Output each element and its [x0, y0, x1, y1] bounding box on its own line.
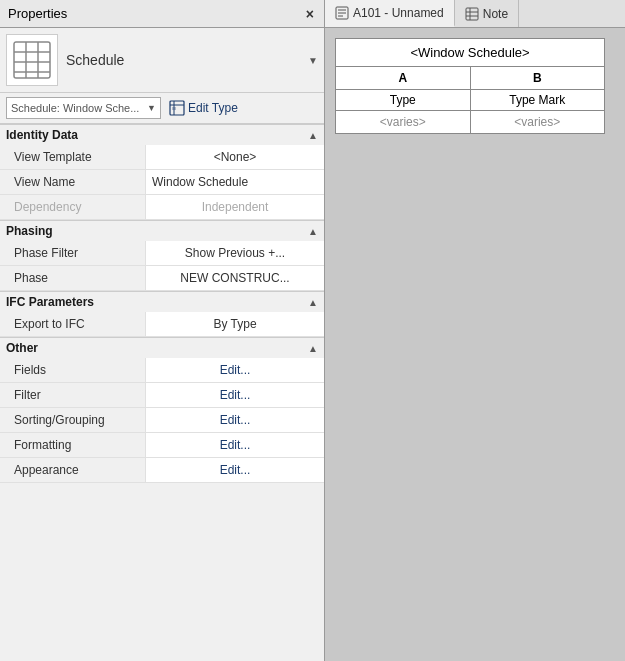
- schedule-dropdown-arrow[interactable]: ▼: [308, 55, 318, 66]
- col-header-type-mark: Type Mark: [470, 90, 605, 111]
- right-panel: A101 - Unnamed Note <Window Schedule> A …: [325, 0, 625, 661]
- collapse-identity-icon: ▲: [308, 130, 318, 141]
- prop-value-phase-filter[interactable]: Show Previous +...: [145, 241, 324, 265]
- tab-a101[interactable]: A101 - Unnamed: [325, 0, 455, 27]
- prop-row-appearance: Appearance Edit...: [0, 458, 324, 483]
- col-header-type: Type: [336, 90, 471, 111]
- tab-note-label: Note: [483, 7, 508, 21]
- prop-label-sorting-grouping: Sorting/Grouping: [0, 410, 145, 430]
- prop-row-dependency: Dependency Independent: [0, 195, 324, 220]
- schedule-table: <Window Schedule> A B Type Type Mark <va…: [335, 38, 605, 134]
- prop-label-dependency: Dependency: [0, 197, 145, 217]
- prop-row-formatting: Formatting Edit...: [0, 433, 324, 458]
- col-letter-a: A: [336, 67, 471, 90]
- prop-row-fields: Fields Edit...: [0, 358, 324, 383]
- section-other-label: Other: [6, 341, 38, 355]
- prop-label-phase: Phase: [0, 268, 145, 288]
- prop-value-view-template[interactable]: <None>: [145, 145, 324, 169]
- selector-caret: ▼: [147, 103, 156, 113]
- prop-row-filter: Filter Edit...: [0, 383, 324, 408]
- prop-label-formatting: Formatting: [0, 435, 145, 455]
- document-icon: [335, 6, 349, 20]
- edit-type-button[interactable]: Edit Type: [165, 98, 242, 118]
- schedule-selector-area: Schedule ▼: [0, 28, 324, 93]
- prop-row-export-to-ifc: Export to IFC By Type: [0, 312, 324, 337]
- schedule-col-headers: Type Type Mark: [336, 90, 605, 111]
- prop-row-phase-filter: Phase Filter Show Previous +...: [0, 241, 324, 266]
- props-body: Identity Data ▲ View Template <None> Vie…: [0, 124, 324, 661]
- prop-value-formatting[interactable]: Edit...: [145, 433, 324, 457]
- prop-value-filter[interactable]: Edit...: [145, 383, 324, 407]
- prop-label-view-template: View Template: [0, 147, 145, 167]
- prop-value-view-name[interactable]: Window Schedule: [145, 170, 324, 194]
- section-ifc-label: IFC Parameters: [6, 295, 94, 309]
- selector-text: Schedule: Window Sche...: [11, 102, 139, 114]
- section-phasing-label: Phasing: [6, 224, 53, 238]
- panel-title-bar: Properties ×: [0, 0, 324, 28]
- prop-value-fields[interactable]: Edit...: [145, 358, 324, 382]
- edit-type-label: Edit Type: [188, 101, 238, 115]
- col-letter-b: B: [470, 67, 605, 90]
- svg-rect-9: [172, 107, 176, 110]
- section-identity-data[interactable]: Identity Data ▲: [0, 124, 324, 145]
- panel-title: Properties: [8, 6, 67, 21]
- prop-value-export-to-ifc[interactable]: By Type: [145, 312, 324, 336]
- schedule-icon-box: [6, 34, 58, 86]
- prop-label-fields: Fields: [0, 360, 145, 380]
- collapse-phasing-icon: ▲: [308, 226, 318, 237]
- prop-row-view-name: View Name Window Schedule: [0, 170, 324, 195]
- prop-label-export-to-ifc: Export to IFC: [0, 314, 145, 334]
- table-icon: [465, 7, 479, 21]
- prop-label-phase-filter: Phase Filter: [0, 243, 145, 263]
- prop-value-dependency: Independent: [145, 195, 324, 219]
- schedule-selector-dropdown[interactable]: Schedule: Window Sche... ▼: [6, 97, 161, 119]
- schedule-col-letters: A B: [336, 67, 605, 90]
- properties-panel: Properties × Schedule ▼ Schedule: Window…: [0, 0, 325, 661]
- schedule-label: Schedule: [66, 52, 304, 68]
- section-phasing[interactable]: Phasing ▲: [0, 220, 324, 241]
- svg-rect-14: [466, 8, 478, 20]
- schedule-view: <Window Schedule> A B Type Type Mark <va…: [325, 28, 625, 661]
- section-ifc-parameters[interactable]: IFC Parameters ▲: [0, 291, 324, 312]
- prop-value-phase[interactable]: NEW CONSTRUC...: [145, 266, 324, 290]
- panel-close-button[interactable]: ×: [304, 6, 316, 22]
- schedule-title-row: <Window Schedule>: [336, 39, 605, 67]
- toolbar-row: Schedule: Window Sche... ▼ Edit Type: [0, 93, 324, 124]
- schedule-title: <Window Schedule>: [336, 39, 605, 67]
- collapse-ifc-icon: ▲: [308, 297, 318, 308]
- schedule-data-row-0: <varies> <varies>: [336, 111, 605, 134]
- prop-label-view-name: View Name: [0, 172, 145, 192]
- prop-label-appearance: Appearance: [0, 460, 145, 480]
- prop-row-view-template: View Template <None>: [0, 145, 324, 170]
- section-identity-label: Identity Data: [6, 128, 78, 142]
- prop-value-appearance[interactable]: Edit...: [145, 458, 324, 482]
- tab-a101-label: A101 - Unnamed: [353, 6, 444, 20]
- prop-row-sorting-grouping: Sorting/Grouping Edit...: [0, 408, 324, 433]
- prop-value-sorting-grouping[interactable]: Edit...: [145, 408, 324, 432]
- edit-type-icon: [169, 100, 185, 116]
- schedule-cell-0-1: <varies>: [470, 111, 605, 134]
- schedule-table-icon: [12, 40, 52, 80]
- prop-row-phase: Phase NEW CONSTRUC...: [0, 266, 324, 291]
- collapse-other-icon: ▲: [308, 343, 318, 354]
- section-other[interactable]: Other ▲: [0, 337, 324, 358]
- schedule-cell-0-0: <varies>: [336, 111, 471, 134]
- tab-bar: A101 - Unnamed Note: [325, 0, 625, 28]
- prop-label-filter: Filter: [0, 385, 145, 405]
- tab-note[interactable]: Note: [455, 0, 519, 27]
